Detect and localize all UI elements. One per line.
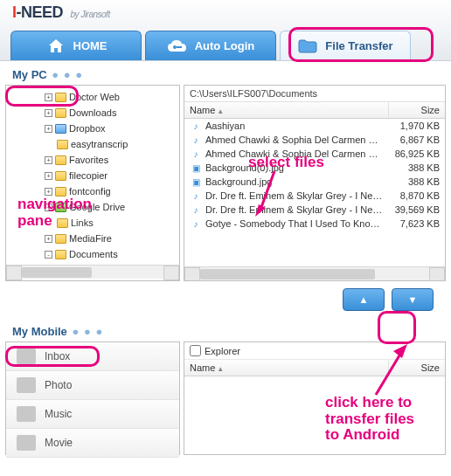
tab-home[interactable]: HOME [10,31,142,60]
sort-asc-icon: ▲ [217,365,224,373]
tree-item-label: filecopier [69,168,108,183]
file-size: 1,970 KB [384,121,440,131]
mobile-nav-movie[interactable]: Movie [6,429,179,458]
col-size[interactable]: Size [389,360,445,376]
music-icon: ♪ [190,204,202,216]
folder-icon [55,203,66,212]
explorer-checkbox[interactable] [190,345,201,356]
file-size: 86,925 KB [384,148,440,159]
tree-item-label: Downloads [69,105,116,121]
path-bar[interactable]: C:\Users\ILFS007\Documents [184,86,445,102]
expand-icon[interactable]: + [45,235,52,243]
file-name: Aashiyan [205,121,384,131]
home-icon [45,38,66,55]
folder-icon [55,93,66,102]
mobile-panels: InboxPhotoMusicMovie Explorer Name▲ Size [0,341,451,455]
file-row[interactable]: ♪Ahmed Chawki & Sophia Del Carmen & Pitb… [184,147,445,161]
expand-icon[interactable]: + [45,204,52,211]
tree-item[interactable]: +Favorites [18,152,179,168]
file-row[interactable]: ♪Aashiyan1,970 KB [184,119,445,133]
file-name: Ahmed Chawki & Sophia Del Carmen & Pitbu… [205,135,384,145]
tree-item[interactable]: +fontconfig [18,183,179,199]
logo-byline: by Jiransoft [71,10,110,19]
mobile-nav-music[interactable]: Music [6,400,179,429]
list-hscrollbar[interactable] [184,266,445,280]
mobile-nav-inbox[interactable]: Inbox [6,342,179,371]
folder-icon [55,250,66,259]
col-size[interactable]: Size [389,102,445,118]
expand-icon[interactable]: - [45,251,52,259]
tab-autologin-label: Auto Login [195,39,255,52]
file-name: Background.jpg [205,176,384,187]
file-name: Dr. Dre ft. Eminem & Skylar Grey - I Nee… [205,204,384,215]
file-row[interactable]: ♪Dr. Dre ft. Eminem & Skylar Grey - I Ne… [184,189,445,203]
tree-hscrollbar[interactable] [6,265,179,279]
tree-item[interactable]: +Google Drive [18,199,179,215]
music-icon: ♪ [190,134,202,146]
file-list-panel: C:\Users\ILFS007\Documents Name▲ Size ♪A… [184,85,446,281]
file-rows: ♪Aashiyan1,970 KB♪Ahmed Chawki & Sophia … [184,119,445,266]
mymobile-header: My Mobile ● ● ● [0,318,451,341]
mobile-nav-label: Inbox [45,350,70,362]
file-row[interactable]: ▣Background.jpg388 KB [184,175,445,189]
expand-icon[interactable]: + [45,109,52,117]
tree-item-label: Dropbox [69,121,106,136]
file-row[interactable]: ♪Gotye - Somebody That I Used To Know (f… [184,217,445,231]
tab-filetransfer[interactable]: File Transfer [280,31,411,60]
music-icon: ♪ [190,217,202,230]
triangle-down-icon: ▼ [408,294,418,305]
file-name: Gotye - Somebody That I Used To Know (fe… [205,218,384,229]
tab-filetransfer-label: File Transfer [325,39,392,52]
tree-item-label: Documents [69,246,118,262]
tree-item[interactable]: -Documents [18,246,179,262]
mobile-nav-label: Movie [45,437,73,449]
file-size: 6,867 KB [384,135,440,145]
tree-item[interactable]: +Downloads [18,105,179,121]
tree-item[interactable]: +MediaFire [18,231,179,246]
app-logo: I-NEED by Jiransoft [12,3,110,22]
inbox-icon [17,348,36,364]
mobile-nav-label: Photo [45,379,72,391]
file-row[interactable]: ▣Background(0).jpg388 KB [184,161,445,175]
tree-item[interactable]: easytranscrip [18,136,179,152]
col-name[interactable]: Name▲ [184,102,389,118]
transfer-down-button[interactable]: ▼ [392,288,434,311]
svg-point-0 [173,45,177,49]
folder-tree-panel: +Doctor Web+Downloads+Dropboxeasytranscr… [5,85,180,281]
tree-item[interactable]: +Doctor Web [18,89,179,105]
transfer-up-button[interactable]: ▲ [343,288,385,311]
folder-icon [55,155,66,165]
column-headers[interactable]: Name▲ Size [184,102,445,119]
image-icon: ▣ [190,162,202,174]
mobile-nav-photo[interactable]: Photo [6,371,179,400]
logo-need: NEED [21,3,63,21]
expand-icon[interactable]: + [45,125,52,133]
tree-item-label: Favorites [69,152,108,168]
tab-autologin[interactable]: Auto Login [145,31,276,60]
file-row[interactable]: ♪Dr. Dre ft. Eminem & Skylar Grey - I Ne… [184,203,445,217]
folder-tree[interactable]: +Doctor Web+Downloads+Dropboxeasytranscr… [6,86,179,265]
explorer-checkbox-row[interactable]: Explorer [184,342,445,360]
file-size: 39,569 KB [384,204,440,215]
tree-item[interactable]: Links [18,215,179,231]
expand-icon[interactable]: + [45,172,52,180]
music-icon [17,406,36,422]
folder-icon [57,218,68,228]
tree-item-label: easytranscrip [71,136,128,152]
expand-icon[interactable]: + [45,156,52,164]
mobile-column-headers[interactable]: Name▲ Size [184,360,445,376]
expand-icon[interactable]: + [45,188,52,196]
col-name[interactable]: Name▲ [184,360,389,376]
cloud-key-icon [167,38,188,55]
tree-item[interactable]: +Dropbox [18,121,179,136]
sort-asc-icon: ▲ [217,107,224,115]
file-size: 8,870 KB [384,190,440,201]
tree-item-label: Google Drive [69,199,125,215]
expand-icon[interactable]: + [45,93,52,101]
dots-icon: ● ● ● [72,325,103,338]
tree-item[interactable]: +filecopier [18,168,179,183]
pc-panels: +Doctor Web+Downloads+Dropboxeasytranscr… [0,85,451,281]
file-row[interactable]: ♪Ahmed Chawki & Sophia Del Carmen & Pitb… [184,133,445,147]
mypc-title: My PC [12,68,47,81]
file-size: 388 KB [384,162,440,173]
